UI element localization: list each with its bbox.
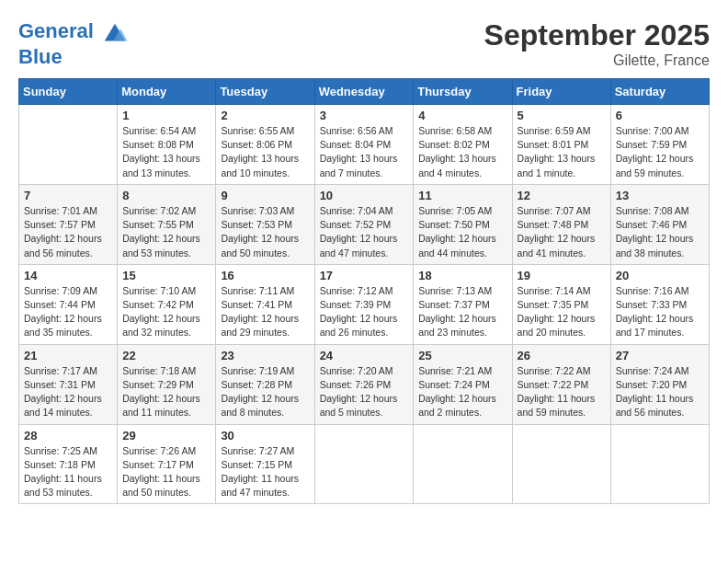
day-info-line: and 13 minutes. [122,167,191,178]
day-info-line: and 47 minutes. [320,247,389,259]
calendar-cell: 16Sunrise: 7:11 AMSunset: 7:41 PMDayligh… [216,264,314,344]
calendar-cell: 2Sunrise: 6:55 AMSunset: 8:06 PMDaylight… [216,105,314,185]
day-number: 20 [616,269,704,282]
day-number: 18 [418,269,506,282]
day-info-line: and 50 minutes. [221,247,290,259]
calendar-week-row: 14Sunrise: 7:09 AMSunset: 7:44 PMDayligh… [19,264,710,344]
day-info-line: Daylight: 12 hours [24,393,102,404]
day-info-line: Sunrise: 7:24 AM [616,365,689,376]
day-info-line: Sunset: 7:15 PM [221,459,292,470]
day-info: Sunrise: 7:13 AMSunset: 7:37 PMDaylight:… [418,284,506,340]
day-number: 8 [122,189,210,202]
day-info-line: Sunset: 7:57 PM [24,219,96,230]
day-info-line: Daylight: 13 hours [518,153,596,164]
day-info-line: and 10 minutes. [221,167,290,178]
day-number: 10 [320,189,409,202]
calendar-cell: 23Sunrise: 7:19 AMSunset: 7:28 PMDayligh… [216,344,314,424]
calendar-cell: 19Sunrise: 7:14 AMSunset: 7:35 PMDayligh… [512,264,610,344]
day-info-line: Sunset: 7:35 PM [518,299,589,310]
day-info-line: Sunset: 8:01 PM [518,139,589,150]
day-info-line: Sunrise: 7:03 AM [221,205,294,216]
col-header-friday: Friday [512,79,610,105]
day-info: Sunrise: 7:08 AMSunset: 7:46 PMDaylight:… [616,204,704,260]
day-info-line: Sunset: 7:44 PM [24,299,96,310]
calendar-cell [414,424,512,504]
day-info-line: Sunrise: 7:07 AM [518,205,591,216]
day-info-line: Daylight: 12 hours [320,233,398,244]
day-info-line: Sunrise: 6:58 AM [418,125,492,136]
calendar-cell: 25Sunrise: 7:21 AMSunset: 7:24 PMDayligh… [414,344,512,424]
day-info-line: Sunrise: 7:10 AM [122,285,196,296]
day-number: 11 [418,189,506,202]
day-info-line: Daylight: 12 hours [616,233,694,244]
day-info-line: Daylight: 12 hours [418,313,496,324]
calendar-cell [512,424,610,504]
day-info-line: and 35 minutes. [24,327,93,338]
day-info-line: and 20 minutes. [518,327,586,338]
day-number: 29 [122,429,210,442]
day-info-line: Sunset: 7:20 PM [616,379,688,390]
calendar-week-row: 7Sunrise: 7:01 AMSunset: 7:57 PMDaylight… [19,184,710,264]
day-number: 28 [24,429,112,442]
day-info-line: Sunset: 7:46 PM [616,219,688,230]
day-info-line: Sunset: 7:24 PM [418,379,490,390]
day-info-line: Sunrise: 7:01 AM [24,205,97,216]
day-number: 25 [418,349,506,362]
day-info-line: Sunset: 7:53 PM [221,219,292,230]
title-block: September 2025 Gilette, France [484,18,710,69]
day-info-line: Sunset: 7:33 PM [616,299,688,310]
day-number: 2 [221,109,309,122]
calendar-cell: 10Sunrise: 7:04 AMSunset: 7:52 PMDayligh… [314,184,414,264]
day-info-line: Sunset: 7:28 PM [221,379,292,390]
day-info-line: Sunset: 7:55 PM [122,219,194,230]
day-info-line: and 23 minutes. [418,327,487,338]
day-info-line: Sunset: 7:59 PM [616,139,688,150]
day-number: 27 [616,349,704,362]
calendar-cell: 4Sunrise: 6:58 AMSunset: 8:02 PMDaylight… [414,105,512,185]
day-info-line: Daylight: 12 hours [418,393,496,404]
day-info-line: Sunrise: 7:20 AM [320,365,393,376]
day-number: 16 [221,269,309,282]
day-info-line: Daylight: 12 hours [616,153,694,164]
day-info-line: Sunrise: 7:05 AM [418,205,492,216]
day-info-line: and 32 minutes. [122,327,191,338]
calendar-cell: 5Sunrise: 6:59 AMSunset: 8:01 PMDaylight… [512,105,610,185]
day-info-line: Sunrise: 7:19 AM [221,365,294,376]
day-info: Sunrise: 7:16 AMSunset: 7:33 PMDaylight:… [616,284,704,340]
day-info: Sunrise: 7:18 AMSunset: 7:29 PMDaylight:… [122,364,210,420]
day-info-line: Sunset: 7:26 PM [320,379,392,390]
day-info-line: Sunrise: 7:22 AM [518,365,591,376]
day-number: 17 [320,269,409,282]
day-info-line: Daylight: 13 hours [418,153,496,164]
day-info-line: Daylight: 13 hours [221,153,299,164]
day-info-line: Sunset: 7:29 PM [122,379,194,390]
calendar-cell [314,424,414,504]
day-info: Sunrise: 7:17 AMSunset: 7:31 PMDaylight:… [24,364,112,420]
day-info: Sunrise: 7:24 AMSunset: 7:20 PMDaylight:… [616,364,704,420]
calendar-cell: 26Sunrise: 7:22 AMSunset: 7:22 PMDayligh… [512,344,610,424]
day-number: 21 [24,349,112,362]
day-number: 5 [518,109,606,122]
day-info-line: and 59 minutes. [616,167,685,178]
day-info-line: and 56 minutes. [24,247,93,259]
col-header-thursday: Thursday [414,79,512,105]
day-info-line: Daylight: 12 hours [616,313,694,324]
calendar-cell: 21Sunrise: 7:17 AMSunset: 7:31 PMDayligh… [19,344,118,424]
month-title: September 2025 [484,18,710,52]
calendar-week-row: 28Sunrise: 7:25 AMSunset: 7:18 PMDayligh… [19,424,710,504]
day-info: Sunrise: 7:19 AMSunset: 7:28 PMDaylight:… [221,364,309,420]
day-info-line: Daylight: 13 hours [122,153,200,164]
day-info: Sunrise: 7:20 AMSunset: 7:26 PMDaylight:… [320,364,409,420]
day-info-line: and 1 minute. [518,167,576,178]
calendar-cell: 29Sunrise: 7:26 AMSunset: 7:17 PMDayligh… [118,424,216,504]
calendar-cell: 1Sunrise: 6:54 AMSunset: 8:08 PMDaylight… [118,105,216,185]
day-info-line: Sunrise: 7:14 AM [518,285,591,296]
day-info-line: and 56 minutes. [616,407,685,418]
day-info-line: Daylight: 11 hours [221,473,299,484]
day-info: Sunrise: 7:09 AMSunset: 7:44 PMDaylight:… [24,284,112,340]
day-info-line: Sunrise: 7:08 AM [616,205,689,216]
col-header-monday: Monday [118,79,216,105]
day-info-line: Sunset: 7:37 PM [418,299,490,310]
location: Gilette, France [484,52,710,69]
day-info-line: and 4 minutes. [418,167,482,178]
